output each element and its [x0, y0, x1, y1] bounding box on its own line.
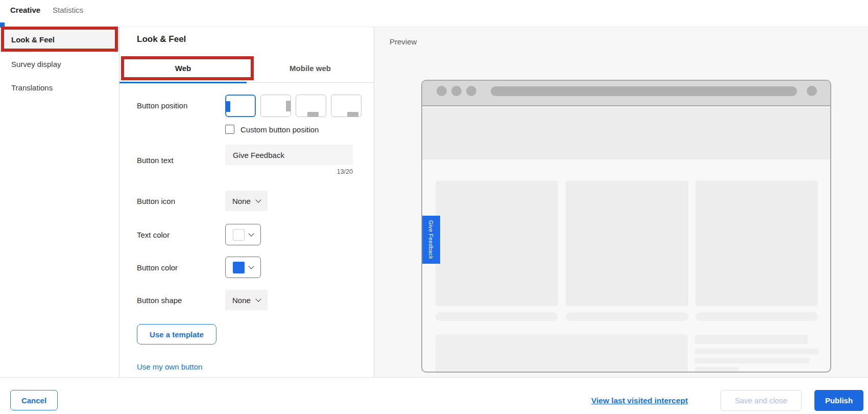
publish-button[interactable]: Publish	[814, 390, 863, 411]
text-line-placeholder	[695, 367, 738, 372]
save-and-close-button[interactable]: Save and close	[720, 390, 802, 411]
sidebar-item-look-and-feel[interactable]: Look & Feel	[0, 27, 119, 52]
view-last-visited-intercept-link[interactable]: View last visited intercept	[591, 396, 688, 405]
look-and-feel-form: Button position	[119, 83, 374, 378]
cancel-button[interactable]: Cancel	[10, 390, 58, 410]
chevron-down-icon	[255, 197, 261, 202]
text-line-placeholder	[695, 335, 808, 344]
preview-feedback-button: Give Feedback	[422, 216, 440, 264]
button-icon-row: Button icon None	[137, 191, 268, 211]
text-line-placeholder	[695, 349, 818, 354]
template-row: Use a template	[137, 324, 216, 344]
use-template-button[interactable]: Use a template	[137, 324, 216, 344]
position-option-bottom-center[interactable]	[296, 95, 326, 117]
text-color-swatch	[233, 229, 245, 241]
own-button-row: Use my own button	[137, 362, 202, 371]
button-color-dropdown[interactable]	[225, 257, 261, 278]
char-counter: 13/20	[225, 168, 353, 175]
tab-creative[interactable]: Creative	[10, 6, 40, 14]
chevron-down-icon	[248, 231, 254, 236]
custom-position-label: Custom button position	[240, 125, 319, 134]
text-line-placeholder	[566, 312, 688, 321]
button-shape-label: Button shape	[137, 296, 225, 305]
look-and-feel-panel: Look & Feel Web Mobile web Button positi…	[119, 27, 374, 378]
window-control-icon	[437, 86, 447, 96]
use-my-own-button-link[interactable]: Use my own button	[137, 362, 202, 371]
content-card-placeholder	[695, 180, 818, 306]
text-line-placeholder	[695, 312, 818, 321]
button-position-options	[225, 95, 361, 117]
top-tab-bar: Creative Statistics	[0, 0, 868, 27]
button-icon-value: None	[232, 197, 251, 205]
browser-mockup: Give Feedback	[421, 80, 831, 373]
content-card-placeholder	[566, 180, 688, 306]
tab-statistics[interactable]: Statistics	[53, 6, 83, 14]
custom-position-checkbox[interactable]	[225, 125, 234, 134]
preview-panel: Preview Give Feedback	[374, 27, 868, 378]
browser-chrome-bar	[422, 81, 830, 106]
position-bar-icon	[226, 101, 230, 112]
content-area: Look & Feel Survey display Translations …	[0, 27, 868, 377]
button-position-row: Button position	[137, 95, 361, 134]
text-line-placeholder	[695, 358, 809, 363]
page-banner-placeholder	[422, 107, 830, 159]
bottom-action-bar: Cancel View last visited intercept Save …	[0, 377, 868, 414]
button-text-input[interactable]	[225, 145, 353, 165]
tab-mobile-web[interactable]: Mobile web	[247, 54, 374, 82]
position-option-left-middle[interactable]	[225, 95, 256, 117]
custom-position-row: Custom button position	[225, 125, 361, 134]
button-color-swatch	[233, 262, 245, 273]
panel-title: Look & Feel	[137, 34, 186, 44]
browser-menu-icon	[807, 86, 817, 96]
button-text-row: Button text 13/20	[137, 145, 353, 175]
button-position-label: Button position	[137, 101, 225, 134]
button-shape-dropdown[interactable]: None	[225, 290, 268, 310]
sidebar-item-label: Translations	[11, 83, 53, 92]
window-control-icon	[466, 86, 476, 96]
text-line-placeholder	[436, 312, 558, 321]
position-option-right-middle[interactable]	[260, 95, 291, 117]
text-color-dropdown[interactable]	[225, 224, 261, 245]
address-bar-placeholder	[491, 86, 797, 96]
window-control-icon	[451, 86, 462, 96]
sidebar-item-translations[interactable]: Translations	[0, 76, 119, 99]
sidebar-item-label: Survey display	[11, 60, 61, 68]
active-item-indicator	[0, 22, 5, 28]
chevron-down-icon	[255, 296, 261, 302]
content-block-placeholder	[436, 334, 688, 373]
text-color-row: Text color	[137, 224, 261, 245]
button-color-label: Button color	[137, 263, 225, 272]
button-icon-dropdown[interactable]: None	[225, 191, 268, 211]
button-icon-label: Button icon	[137, 197, 225, 205]
position-bar-icon	[347, 112, 358, 117]
preview-title: Preview	[390, 37, 417, 46]
tab-web[interactable]: Web	[119, 54, 247, 82]
sidebar-item-survey-display[interactable]: Survey display	[0, 52, 119, 76]
button-shape-value: None	[232, 296, 251, 305]
button-text-label: Button text	[137, 156, 225, 165]
position-bar-icon	[307, 112, 319, 117]
device-tab-bar: Web Mobile web	[119, 54, 374, 83]
sidebar-item-label: Look & Feel	[11, 35, 55, 44]
text-color-label: Text color	[137, 231, 225, 239]
button-color-row: Button color	[137, 257, 261, 278]
content-card-placeholder	[436, 180, 558, 306]
chevron-down-icon	[248, 263, 254, 269]
preview-feedback-button-label: Give Feedback	[428, 220, 434, 259]
position-option-bottom-right[interactable]	[331, 95, 361, 117]
position-bar-icon	[286, 101, 291, 111]
sidebar: Look & Feel Survey display Translations	[0, 27, 119, 378]
button-shape-row: Button shape None	[137, 290, 268, 310]
